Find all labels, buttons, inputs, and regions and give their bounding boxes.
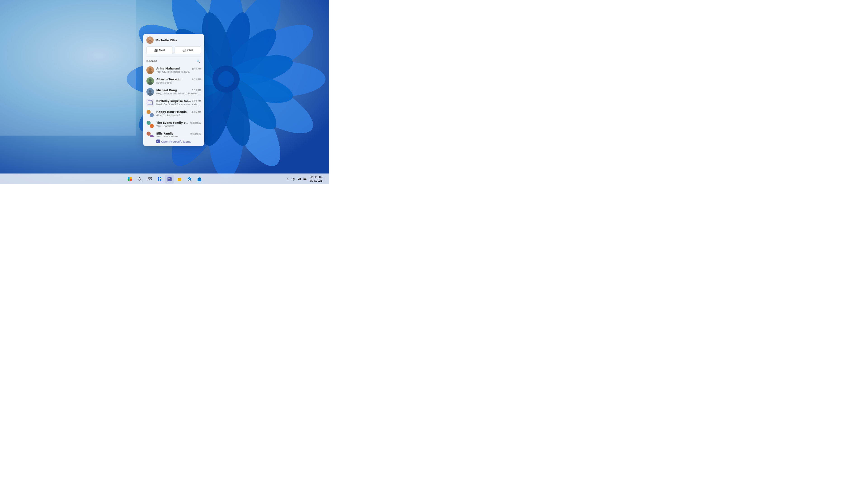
- search-taskbar-button[interactable]: [135, 175, 144, 184]
- chat-preview-evans: You: Thanks!!!: [156, 125, 201, 128]
- chat-preview-michael: Hey, did you still want to borrow the no…: [156, 92, 201, 95]
- speaker-button[interactable]: [297, 176, 302, 182]
- chat-popup: Michelle Ellis 🎥 Meet 💬 Chat Recent 🔍: [143, 34, 204, 146]
- teams-taskbar-button[interactable]: T: [165, 175, 174, 184]
- svg-rect-61: [160, 179, 161, 180]
- popup-header: Michelle Ellis: [143, 34, 204, 46]
- clock-time: 11:11 AM: [310, 175, 322, 179]
- chat-item-happyhour[interactable]: Happy Hour Friends 11:16 AM Alberto: Awe…: [143, 108, 204, 119]
- chat-time-birthday: 4:23 PM: [192, 100, 201, 102]
- svg-rect-57: [148, 179, 149, 180]
- speaker-icon: [298, 177, 301, 181]
- meet-button[interactable]: 🎥 Meet: [147, 46, 173, 54]
- chat-time-arina: 8:45 AM: [192, 67, 201, 70]
- avatar-birthday: [147, 99, 154, 107]
- chat-name-birthday: Birthday surprise for Mum: [156, 100, 191, 103]
- svg-point-31: [149, 38, 151, 40]
- chat-name-arina: Arina Maharani: [156, 67, 180, 70]
- chat-preview-arina: You: OK, let's make it 3:00.: [156, 70, 201, 73]
- chat-name-happyhour: Happy Hour Friends: [156, 110, 187, 113]
- svg-point-40: [149, 90, 152, 93]
- chat-info-birthday: Birthday surprise for Mum 4:23 PM Noel: …: [156, 100, 201, 106]
- chat-preview-ellis: You: That's great!: [156, 135, 201, 137]
- svg-point-70: [293, 180, 293, 181]
- file-explorer-icon: [178, 177, 182, 181]
- action-buttons: 🎥 Meet 💬 Chat: [143, 46, 204, 57]
- edge-button[interactable]: [185, 175, 194, 184]
- chevron-up-icon: [286, 178, 289, 180]
- system-clock[interactable]: 11:11 AM 6/24/2021: [310, 175, 322, 183]
- svg-rect-55: [148, 177, 149, 178]
- chat-button[interactable]: 💬 Chat: [175, 46, 201, 54]
- svg-rect-58: [150, 179, 151, 180]
- chat-time-michael: 5:22 PM: [192, 89, 201, 92]
- battery-button[interactable]: [303, 176, 308, 182]
- chat-name-evans: The Evans Family of Supers: [156, 121, 189, 125]
- chat-preview-alberto: Sound good?: [156, 81, 201, 84]
- svg-rect-62: [158, 180, 159, 181]
- chat-info-ellis: Ellis Family Yesterday You: That's great…: [156, 132, 201, 137]
- svg-rect-50: [130, 177, 132, 179]
- avatar-happyhour: [147, 110, 154, 118]
- wifi-icon: [291, 177, 295, 181]
- search-taskbar-icon: [138, 177, 142, 181]
- recent-header: Recent 🔍: [143, 57, 204, 65]
- svg-point-37: [149, 79, 152, 82]
- chat-name-alberto: Alberto Tercedor: [156, 78, 182, 81]
- svg-rect-51: [128, 180, 129, 181]
- svg-text:T: T: [157, 140, 158, 143]
- chat-icon: 💬: [183, 48, 186, 52]
- chat-time-ellis: Yesterday: [190, 132, 201, 135]
- svg-point-53: [138, 177, 141, 180]
- chat-info-arina: Arina Maharani 8:45 AM You: OK, let's ma…: [156, 67, 201, 73]
- windows-logo-icon: [128, 177, 132, 181]
- chat-info-michael: Michael Kang 5:22 PM Hey, did you still …: [156, 89, 201, 95]
- chat-info-happyhour: Happy Hour Friends 11:16 AM Alberto: Awe…: [156, 110, 201, 117]
- svg-rect-73: [306, 179, 307, 180]
- widgets-button[interactable]: [155, 175, 164, 184]
- chat-item-michael[interactable]: Michael Kang 5:22 PM Hey, did you still …: [143, 87, 204, 97]
- svg-rect-27: [0, 0, 135, 135]
- chat-time-evans: Yesterday: [190, 122, 201, 124]
- svg-rect-60: [160, 177, 161, 178]
- tray-expand-button[interactable]: [285, 176, 290, 182]
- start-button[interactable]: [125, 175, 134, 184]
- chat-item-ellis[interactable]: Ellis Family Yesterday You: That's great…: [143, 130, 204, 137]
- svg-rect-59: [158, 177, 159, 179]
- open-teams-label: Open Microsoft Teams: [161, 140, 191, 143]
- svg-rect-49: [128, 177, 129, 179]
- user-avatar: [147, 37, 154, 44]
- chat-name-michael: Michael Kang: [156, 89, 177, 92]
- store-icon: [197, 177, 202, 181]
- show-desktop-button[interactable]: [325, 176, 327, 182]
- svg-rect-63: [160, 180, 161, 181]
- chat-item-alberto[interactable]: Alberto Tercedor 6:11 PM Sound good?: [143, 76, 204, 87]
- wifi-button[interactable]: [291, 176, 296, 182]
- chat-label: Chat: [187, 49, 193, 52]
- task-view-button[interactable]: [145, 175, 154, 184]
- teams-taskbar-icon: T: [167, 177, 172, 181]
- svg-rect-72: [304, 179, 306, 180]
- avatar-ellis: [147, 131, 154, 137]
- file-explorer-button[interactable]: [175, 175, 184, 184]
- clock-date: 6/24/2021: [310, 179, 322, 183]
- taskbar-right: 11:11 AM 6/24/2021: [285, 175, 327, 183]
- avatar-alberto: [147, 77, 154, 85]
- teams-logo-icon: T: [156, 140, 160, 144]
- svg-rect-56: [150, 177, 151, 178]
- video-icon: 🎥: [154, 48, 158, 52]
- open-teams-button[interactable]: T Open Microsoft Teams: [143, 137, 204, 146]
- system-tray: [285, 176, 308, 182]
- chat-item-arina[interactable]: Arina Maharani 8:45 AM You: OK, let's ma…: [143, 65, 204, 76]
- task-view-icon: [148, 177, 152, 181]
- chat-name-ellis: Ellis Family: [156, 132, 174, 135]
- chat-preview-birthday: Noel: Can't wait for our next catch up!: [156, 103, 201, 106]
- svg-point-34: [149, 68, 152, 71]
- svg-point-26: [218, 71, 234, 87]
- chat-item-birthday[interactable]: Birthday surprise for Mum 4:23 PM Noel: …: [143, 97, 204, 108]
- store-button[interactable]: [195, 175, 204, 184]
- chat-info-alberto: Alberto Tercedor 6:11 PM Sound good?: [156, 78, 201, 84]
- avatar-arina: [147, 66, 154, 74]
- search-icon-button[interactable]: 🔍: [196, 59, 201, 64]
- chat-item-evans[interactable]: The Evans Family of Supers Yesterday You…: [143, 119, 204, 130]
